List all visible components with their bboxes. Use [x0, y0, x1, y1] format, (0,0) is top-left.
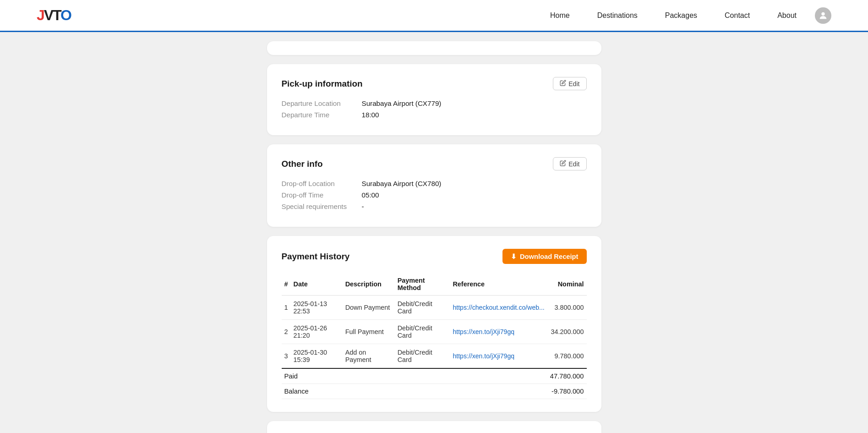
departure-location-row: Departure Location Surabaya Airport (CX7… [282, 99, 587, 107]
avatar[interactable] [815, 7, 831, 24]
balance-value: -9.780.000 [547, 384, 587, 399]
row1-date: 2025-01-13 22:53 [291, 296, 343, 320]
row1-num: 1 [282, 296, 291, 320]
table-header-row: # Date Description Payment Method Refere… [282, 273, 587, 296]
row2-ref[interactable]: https://xen.to/jXji79gq [450, 320, 547, 344]
row1-method: Debit/Credit Card [395, 296, 450, 320]
row1-nominal: 3.800.000 [547, 296, 587, 320]
row1-ref-link[interactable]: https://checkout.xendit.co/web... [453, 304, 544, 311]
dropoff-location-value: Surabaya Airport (CX780) [362, 180, 442, 187]
edit-icon-2 [560, 160, 566, 168]
other-info-card: Other info Edit Drop-off Location Suraba… [267, 144, 601, 227]
row3-desc: Add on Payment [343, 344, 395, 369]
special-req-label: Special requirements [282, 203, 362, 210]
pickup-edit-label: Edit [568, 80, 579, 88]
departure-time-row: Departure Time 18:00 [282, 111, 587, 119]
pickup-title: Pick-up information [282, 79, 363, 89]
nav-item-packages[interactable]: Packages [665, 11, 697, 20]
nav-link-contact[interactable]: Contact [725, 11, 750, 19]
logo-t: T [53, 7, 60, 23]
table-row: 1 2025-01-13 22:53 Down Payment Debit/Cr… [282, 296, 587, 320]
row2-nominal: 34.200.000 [547, 320, 587, 344]
pickup-header: Pick-up information Edit [282, 77, 587, 90]
itinerary-card: Itinerary [267, 421, 601, 433]
col-date: Date [291, 273, 343, 296]
col-description: Description [343, 273, 395, 296]
dropoff-time-row: Drop-off Time 05:00 [282, 191, 587, 199]
nav-link-home[interactable]: Home [550, 11, 570, 19]
row3-nominal: 9.780.000 [547, 344, 587, 369]
svg-point-0 [821, 12, 824, 15]
table-row: 3 2025-01-30 15:39 Add on Payment Debit/… [282, 344, 587, 369]
other-info-header: Other info Edit [282, 157, 587, 170]
nav-link-about[interactable]: About [777, 11, 797, 19]
row2-desc: Full Payment [343, 320, 395, 344]
row2-ref-link[interactable]: https://xen.to/jXji79gq [453, 328, 514, 335]
logo-j: J [37, 7, 44, 23]
balance-label: Balance [282, 384, 547, 399]
paid-row: Paid 47.780.000 [282, 368, 587, 384]
download-label: Download Receipt [520, 253, 579, 260]
row3-date: 2025-01-30 15:39 [291, 344, 343, 369]
other-info-edit-label: Edit [568, 160, 579, 168]
download-icon: ⬇ [511, 252, 517, 260]
col-nominal: Nominal [547, 273, 587, 296]
payment-header: Payment History ⬇ Download Receipt [282, 249, 587, 264]
row3-method: Debit/Credit Card [395, 344, 450, 369]
logo-v: V [44, 7, 53, 23]
nav-item-destinations[interactable]: Destinations [597, 11, 638, 20]
paid-value: 47.780.000 [547, 368, 587, 384]
nav-link-packages[interactable]: Packages [665, 11, 697, 19]
row1-ref[interactable]: https://checkout.xendit.co/web... [450, 296, 547, 320]
departure-location-label: Departure Location [282, 99, 362, 107]
nav-link-destinations[interactable]: Destinations [597, 11, 638, 19]
departure-time-value: 18:00 [362, 111, 379, 119]
row3-ref[interactable]: https://xen.to/jXji79gq [450, 344, 547, 369]
row3-ref-link[interactable]: https://xen.to/jXji79gq [453, 352, 514, 360]
main-content: Pick-up information Edit Departure Locat… [267, 32, 601, 433]
col-num: # [282, 273, 291, 296]
dropoff-time-value: 05:00 [362, 191, 379, 199]
special-req-value: - [362, 203, 364, 210]
row2-method: Debit/Credit Card [395, 320, 450, 344]
pickup-info-card: Pick-up information Edit Departure Locat… [267, 64, 601, 135]
logo-o: O [60, 7, 71, 23]
dropoff-location-row: Drop-off Location Surabaya Airport (CX78… [282, 180, 587, 187]
payment-title: Payment History [282, 252, 350, 262]
nav-item-contact[interactable]: Contact [725, 11, 750, 20]
edit-icon [560, 80, 566, 88]
departure-time-label: Departure Time [282, 111, 362, 119]
col-reference: Reference [450, 273, 547, 296]
payment-history-card: Payment History ⬇ Download Receipt # Dat… [267, 236, 601, 412]
nav-item-home[interactable]: Home [550, 11, 570, 20]
departure-location-value: Surabaya Airport (CX779) [362, 99, 442, 107]
row3-num: 3 [282, 344, 291, 369]
row2-num: 2 [282, 320, 291, 344]
navbar: JVTO Home Destinations Packages Contact … [0, 0, 868, 32]
payment-table: # Date Description Payment Method Refere… [282, 273, 587, 399]
col-method: Payment Method [395, 273, 450, 296]
logo[interactable]: JVTO [37, 7, 71, 24]
row1-desc: Down Payment [343, 296, 395, 320]
special-req-row: Special requirements - [282, 203, 587, 210]
nav-links: Home Destinations Packages Contact About [550, 11, 797, 20]
dropoff-time-label: Drop-off Time [282, 191, 362, 199]
table-row: 2 2025-01-26 21:20 Full Payment Debit/Cr… [282, 320, 587, 344]
pickup-edit-button[interactable]: Edit [553, 77, 586, 90]
other-info-title: Other info [282, 159, 323, 169]
paid-label: Paid [282, 368, 547, 384]
nav-item-about[interactable]: About [777, 11, 797, 20]
download-receipt-button[interactable]: ⬇ Download Receipt [502, 249, 587, 264]
top-partial-card [267, 41, 601, 55]
dropoff-location-label: Drop-off Location [282, 180, 362, 187]
other-info-edit-button[interactable]: Edit [553, 157, 586, 170]
balance-row: Balance -9.780.000 [282, 384, 587, 399]
row2-date: 2025-01-26 21:20 [291, 320, 343, 344]
